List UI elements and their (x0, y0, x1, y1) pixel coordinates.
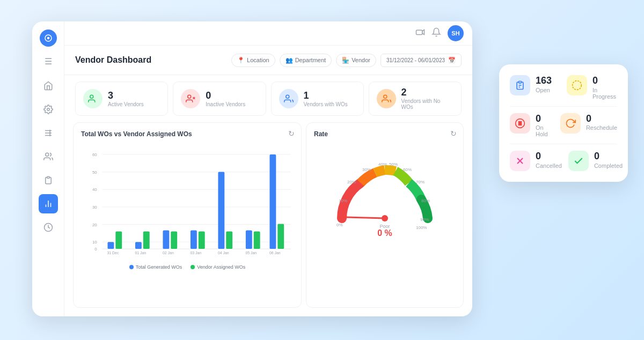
svg-point-2 (47, 108, 49, 111)
svg-text:20%: 20% (347, 180, 356, 184)
divider-2 (510, 144, 617, 144)
gauge-chart-card: Rate ↻ (306, 122, 464, 308)
vendor-filter[interactable]: 🏪 Vendor (336, 54, 376, 67)
on-hold-icon-bg (510, 113, 530, 134)
status-reschedule: 0 Reschedule (560, 113, 617, 138)
sidebar-item-home[interactable] (39, 76, 58, 95)
open-label: Open (536, 87, 552, 93)
svg-text:70%: 70% (416, 180, 425, 184)
svg-text:30%: 30% (362, 167, 371, 172)
svg-point-7 (45, 153, 48, 156)
legend-vendor-wo: Vendor Assigned WOs (191, 264, 245, 270)
divider-1 (510, 106, 617, 107)
svg-point-1 (47, 37, 49, 40)
open-count: 163 (536, 75, 552, 87)
svg-text:02 Jan: 02 Jan (163, 251, 174, 255)
svg-rect-76 (521, 121, 522, 125)
status-in-progress: 0 In Progress (567, 75, 617, 100)
bar-chart-area: 60 50 40 30 20 10 0 31 Dec (81, 143, 294, 261)
status-grid-3: 0 Cancelled 0 Completed (510, 151, 617, 171)
active-vendors-label: Active Vendors (108, 101, 144, 107)
svg-text:60%: 60% (403, 167, 412, 172)
svg-rect-53 (277, 224, 284, 249)
main-content: SH Vendor Dashboard 📍 Location 👥 Departm… (64, 21, 472, 316)
svg-rect-70 (519, 82, 522, 83)
svg-rect-49 (246, 230, 252, 249)
svg-text:01 Jan: 01 Jan (135, 251, 146, 255)
gauge-chart-refresh[interactable]: ↻ (450, 129, 457, 138)
main-dashboard-card: ☰ (32, 21, 472, 316)
status-grid-2: 0 On Hold 0 Reschedule (510, 113, 617, 138)
stats-row: 3 Active Vendors 0 Inactive Vendors (64, 75, 472, 122)
cancelled-x-icon (515, 156, 525, 166)
sidebar-item-history[interactable] (39, 218, 58, 237)
svg-text:04 Jan: 04 Jan (218, 251, 229, 255)
bar-chart-refresh[interactable]: ↻ (288, 129, 295, 138)
bar-chart-title: Total WOs vs Vendor Assigned WOs (81, 130, 294, 138)
svg-rect-75 (519, 121, 520, 125)
in-progress-count: 0 (592, 75, 617, 87)
sidebar-item-chart[interactable] (39, 194, 58, 213)
svg-rect-35 (115, 231, 122, 249)
svg-text:100%: 100% (416, 225, 427, 230)
legend-total-wo: Total Generated WOs (129, 264, 182, 270)
user-avatar[interactable]: SH (448, 25, 464, 41)
video-icon[interactable] (415, 27, 425, 39)
vendors-wo-icon (279, 89, 298, 108)
sidebar-item-clipboard[interactable] (39, 171, 58, 190)
sidebar-item-settings[interactable] (39, 100, 58, 119)
cancelled-count: 0 (536, 151, 562, 162)
in-progress-label: In Progress (592, 87, 617, 100)
menu-toggle[interactable]: ☰ (45, 56, 52, 66)
svg-point-19 (383, 95, 386, 98)
svg-rect-47 (226, 231, 232, 249)
svg-point-56 (382, 215, 388, 221)
app-logo[interactable] (40, 29, 57, 47)
svg-text:40: 40 (92, 187, 97, 192)
svg-text:60: 60 (92, 152, 97, 157)
svg-point-15 (188, 95, 191, 98)
status-cancelled: 0 Cancelled (510, 151, 562, 171)
sidebar-item-people[interactable] (39, 147, 58, 166)
calendar-icon: 📅 (448, 57, 456, 64)
on-hold-count: 0 (536, 113, 554, 125)
top-icons: SH (415, 25, 464, 41)
svg-text:20: 20 (92, 223, 97, 227)
svg-text:31 Dec: 31 Dec (107, 251, 119, 255)
charts-row: Total WOs vs Vendor Assigned WOs ↻ 60 50 (64, 122, 472, 316)
right-status-panel: 163 Open 0 In Progress (499, 64, 628, 182)
svg-rect-38 (143, 231, 150, 249)
status-grid: 163 Open 0 In Progress (510, 75, 617, 100)
on-hold-label: On Hold (536, 124, 554, 137)
svg-text:0: 0 (94, 247, 97, 252)
sidebar-item-tools[interactable] (39, 123, 58, 143)
svg-rect-44 (199, 231, 205, 249)
cancelled-label: Cancelled (536, 162, 562, 169)
status-open: 163 Open (510, 75, 560, 100)
vendors-nowo-count: 2 (401, 87, 453, 97)
header-filters: 📍 Location 👥 Department 🏪 Vendor 31/12/2… (231, 54, 462, 67)
svg-text:40%: 40% (378, 162, 387, 167)
bell-icon[interactable] (431, 27, 441, 39)
svg-rect-34 (108, 242, 114, 249)
svg-rect-46 (218, 172, 224, 249)
svg-rect-52 (269, 154, 276, 249)
svg-rect-43 (191, 230, 197, 249)
bar-chart-card: Total WOs vs Vendor Assigned WOs ↻ 60 50 (73, 122, 302, 308)
vendors-nowo-icon (377, 89, 396, 108)
svg-rect-40 (163, 230, 169, 249)
svg-rect-41 (171, 231, 177, 249)
svg-text:03 Jan: 03 Jan (190, 251, 201, 255)
gauge-svg: 0% 10% 20% 30% 40% 50% 60% 70% 80% 90% 1… (331, 159, 438, 245)
date-range-picker[interactable]: 31/12/2022 - 06/01/2023 📅 (380, 54, 462, 67)
svg-text:90%: 90% (420, 217, 429, 222)
vendors-wo-label: Vendors with WOs (304, 101, 348, 107)
svg-rect-8 (47, 176, 49, 178)
location-filter[interactable]: 📍 Location (231, 54, 275, 67)
department-filter[interactable]: 👥 Department (280, 54, 332, 67)
open-icon-bg (510, 75, 530, 95)
stat-vendors-with-wo: 1 Vendors with WOs (271, 82, 364, 116)
in-progress-icon (572, 80, 582, 91)
gauge-area: 0% 10% 20% 30% 40% 50% 60% 70% 80% 90% 1… (314, 143, 456, 261)
svg-text:50: 50 (92, 170, 97, 175)
